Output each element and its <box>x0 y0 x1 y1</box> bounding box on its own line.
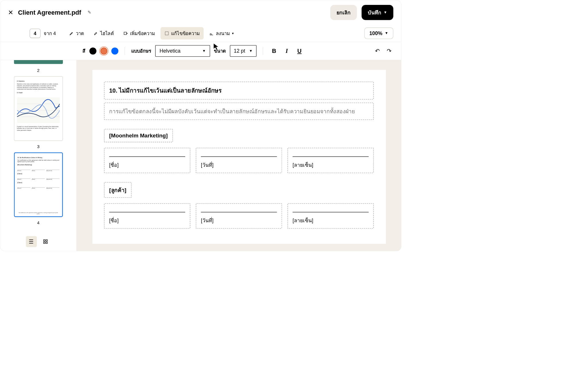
divider <box>125 47 125 55</box>
font-label: แบบอักษร <box>131 47 151 55</box>
editable-party-block[interactable]: [Moonhelm Marketing] <box>104 129 173 142</box>
signature-field-date[interactable]: [วันที่] <box>196 148 282 173</box>
cancel-button[interactable]: ยกเลิก <box>330 5 357 20</box>
signature-field-signature[interactable]: [ลายเซ็น] <box>287 203 374 229</box>
pencil-icon <box>69 31 74 36</box>
color-orange[interactable] <box>100 47 107 55</box>
svg-rect-0 <box>124 32 127 34</box>
signature-field-signature[interactable]: [ลายเซ็น] <box>287 148 374 173</box>
chevron-down-icon: ▾ <box>232 31 234 35</box>
svg-rect-8 <box>43 242 45 244</box>
highlighter-icon <box>94 31 98 36</box>
thumbnail-sidebar: 2 8. Statistics Statistics is the study … <box>0 60 77 251</box>
document-title: Client Agreement.pdf <box>18 9 81 16</box>
editable-party-block[interactable]: [ลูกค้า] <box>104 182 131 198</box>
page-total-label: จาก 4 <box>44 29 56 37</box>
bold-button[interactable]: B <box>269 46 279 56</box>
svg-rect-9 <box>46 242 47 244</box>
sign-tool-button[interactable]: ลงนาม ▾ <box>205 27 238 39</box>
thumbnail-page-2-partial[interactable] <box>14 60 63 64</box>
save-button[interactable]: บันทึก ▼ <box>362 5 393 20</box>
svg-rect-6 <box>43 240 45 241</box>
section-heading: 10. ไม่มีการแก้ไขเว้นแต่เป็นลายลักษณ์อัก… <box>109 86 369 95</box>
document-canvas[interactable]: 10. ไม่มีการแก้ไขเว้นแต่เป็นลายลักษณ์อัก… <box>77 60 401 251</box>
signature-icon <box>209 31 214 36</box>
draw-tool-button[interactable]: วาด <box>65 27 88 39</box>
edit-text-icon <box>165 31 169 36</box>
color-label: สี <box>82 47 85 55</box>
party-name: [Moonhelm Marketing] <box>109 133 168 139</box>
zoom-button[interactable]: 100% ▼ <box>364 28 393 39</box>
signature-field-date[interactable]: [วันที่] <box>196 203 282 229</box>
thumbnail-label: 2 <box>37 68 39 73</box>
thumbnail-label: 4 <box>37 220 39 225</box>
thumbnail-label: 3 <box>37 144 39 149</box>
chevron-down-icon: ▼ <box>249 49 252 53</box>
color-black[interactable] <box>89 47 96 55</box>
size-select[interactable]: 12 pt ▼ <box>230 45 257 57</box>
size-label: ขนาด <box>214 47 226 55</box>
page-number-input[interactable] <box>30 28 40 38</box>
undo-button[interactable]: ↶ <box>375 47 380 54</box>
editable-heading-block[interactable]: 10. ไม่มีการแก้ไขเว้นแต่เป็นลายลักษณ์อัก… <box>104 82 374 99</box>
document-page: 10. ไม่มีการแก้ไขเว้นแต่เป็นลายลักษณ์อัก… <box>92 70 386 244</box>
edit-title-icon[interactable]: ✎ <box>88 10 91 15</box>
italic-button[interactable]: I <box>283 46 291 56</box>
divider <box>263 47 263 55</box>
grid-view-button[interactable] <box>40 236 51 247</box>
svg-rect-7 <box>46 240 47 241</box>
party-name: [ลูกค้า] <box>109 187 126 193</box>
thumbnail-page-4[interactable]: 10. No Modifications Unless In Writing N… <box>14 152 63 217</box>
list-view-button[interactable]: ☰ <box>26 236 37 247</box>
color-blue[interactable] <box>111 47 119 55</box>
highlight-tool-button[interactable]: ไฮไลต์ <box>90 27 118 39</box>
editable-body-block[interactable]: การแก้ไขข้อตกลงนี้จะไม่มีผลบังคับเว้นแต่… <box>104 103 374 120</box>
thumbnail-page-3[interactable]: 8. Statistics Statistics is the study an… <box>14 76 63 141</box>
add-text-tool-button[interactable]: เพิ่มข้อความ <box>119 27 159 39</box>
save-button-label: บันทึก <box>368 8 381 16</box>
svg-rect-1 <box>165 32 168 35</box>
section-body: การแก้ไขข้อตกลงนี้จะไม่มีผลบังคับเว้นแต่… <box>109 107 369 116</box>
chevron-down-icon: ▼ <box>385 31 388 35</box>
edit-text-tool-button[interactable]: แก้ไขข้อความ <box>160 27 204 39</box>
underline-button[interactable]: U <box>295 46 304 56</box>
chart-thumbnail-icon <box>17 97 60 124</box>
close-icon[interactable]: ✕ <box>8 9 13 16</box>
signature-field-name[interactable]: [ชื่อ] <box>104 148 190 173</box>
font-select[interactable]: Helvetica ▼ <box>155 45 210 57</box>
add-text-icon <box>123 31 128 36</box>
chevron-down-icon: ▼ <box>384 10 387 14</box>
signature-field-name[interactable]: [ชื่อ] <box>104 203 190 229</box>
chevron-down-icon: ▼ <box>202 49 206 53</box>
redo-button[interactable]: ↷ <box>387 47 392 54</box>
